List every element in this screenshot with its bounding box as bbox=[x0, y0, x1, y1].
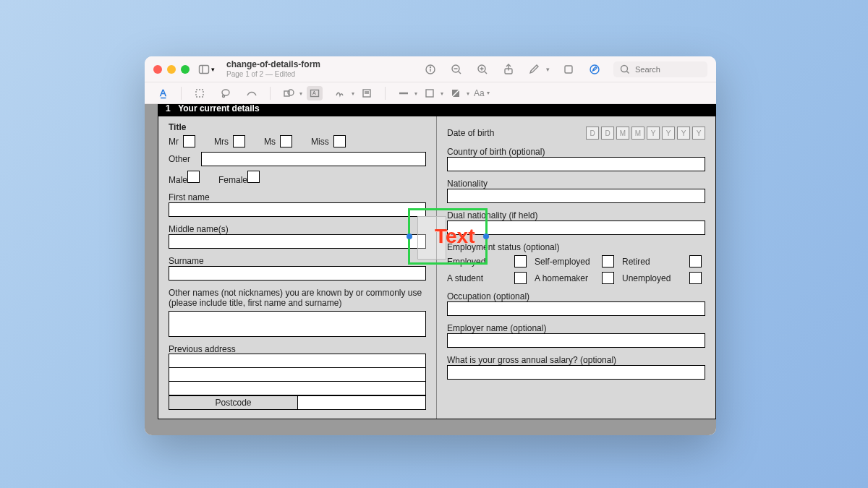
shapes-button[interactable]: ▾ bbox=[281, 86, 297, 100]
surname-label: Surname bbox=[169, 256, 426, 266]
prev-addr-line2[interactable] bbox=[169, 367, 426, 382]
window-controls bbox=[153, 65, 190, 74]
dob-boxes[interactable]: D D M M Y Y Y Y bbox=[586, 127, 705, 140]
rotate-button[interactable] bbox=[561, 62, 576, 77]
search-field[interactable] bbox=[613, 61, 707, 77]
mrs-checkbox[interactable] bbox=[233, 135, 245, 147]
postcode-field[interactable] bbox=[297, 395, 426, 410]
svg-point-14 bbox=[590, 65, 599, 74]
surname-field[interactable] bbox=[169, 266, 426, 281]
text-box-button[interactable]: A bbox=[307, 86, 323, 100]
text-style-button[interactable]: A̲ bbox=[155, 86, 171, 100]
other-names-label-2: (please include title, first name and su… bbox=[169, 298, 426, 308]
postcode-label: Postcode bbox=[169, 395, 297, 410]
employed-checkbox[interactable] bbox=[514, 255, 527, 267]
zoom-in-button[interactable] bbox=[475, 62, 490, 77]
mr-label: Mr bbox=[169, 137, 179, 147]
retired-checkbox[interactable] bbox=[689, 255, 702, 267]
female-checkbox[interactable] bbox=[247, 171, 260, 183]
sketch-icon bbox=[246, 87, 258, 99]
resize-handle-left[interactable] bbox=[407, 234, 412, 239]
mrs-label: Mrs bbox=[214, 137, 229, 147]
note-icon bbox=[361, 87, 373, 99]
dob-box[interactable]: Y bbox=[677, 127, 690, 140]
dob-box[interactable]: M bbox=[616, 127, 629, 140]
chevron-down-icon[interactable]: ▾ bbox=[546, 66, 550, 73]
other-title-field[interactable] bbox=[201, 152, 426, 166]
dob-box[interactable]: Y bbox=[692, 127, 705, 140]
sidebar-toggle-button[interactable] bbox=[197, 62, 211, 77]
zoom-out-button[interactable] bbox=[449, 62, 464, 77]
female-label: Female bbox=[218, 175, 247, 185]
nationality-field[interactable] bbox=[447, 189, 705, 203]
chevron-down-icon: ▾ bbox=[352, 90, 354, 97]
mr-checkbox[interactable] bbox=[183, 135, 195, 147]
share-button[interactable] bbox=[501, 62, 516, 77]
close-window-button[interactable] bbox=[153, 65, 162, 74]
self-employed-checkbox[interactable] bbox=[602, 255, 614, 267]
country-field[interactable] bbox=[447, 157, 705, 171]
ms-checkbox[interactable] bbox=[280, 135, 292, 147]
resize-handle-right[interactable] bbox=[483, 234, 489, 239]
search-input[interactable] bbox=[635, 65, 700, 74]
select-tool[interactable] bbox=[192, 86, 208, 100]
dob-box[interactable]: M bbox=[631, 127, 644, 140]
fill-color-button[interactable]: ▾ bbox=[448, 86, 464, 100]
edit-button[interactable] bbox=[587, 62, 602, 77]
markup-button[interactable] bbox=[527, 62, 542, 77]
other-names-field[interactable] bbox=[169, 311, 426, 337]
dob-box[interactable]: D bbox=[601, 127, 614, 140]
svg-point-15 bbox=[621, 65, 628, 72]
dob-box[interactable]: Y bbox=[647, 127, 660, 140]
zoom-out-icon bbox=[451, 64, 462, 75]
occupation-field[interactable] bbox=[447, 301, 705, 316]
miss-checkbox[interactable] bbox=[333, 135, 346, 147]
form-left-column: Title Mr Mrs Ms Miss Other Male Female bbox=[158, 116, 437, 419]
note-button[interactable] bbox=[359, 86, 375, 100]
male-checkbox[interactable] bbox=[187, 171, 200, 183]
chevron-down-icon: ▾ bbox=[299, 90, 302, 97]
unemployed-label: Unemployed bbox=[622, 273, 685, 283]
svg-line-6 bbox=[459, 72, 461, 74]
info-icon bbox=[425, 64, 436, 75]
salary-field[interactable] bbox=[447, 365, 705, 380]
male-label: Male bbox=[169, 175, 187, 185]
prev-addr-line3[interactable] bbox=[169, 381, 426, 395]
info-button[interactable] bbox=[423, 62, 438, 77]
markup-toolbar: A̲ ▾ A ▾ ▾ ▾ ▾ Aa▾ bbox=[145, 82, 716, 104]
prev-addr-line1[interactable] bbox=[169, 354, 426, 368]
stroke-color-icon bbox=[424, 87, 435, 99]
annotation-text[interactable]: Text bbox=[435, 225, 475, 248]
lasso-tool[interactable] bbox=[218, 86, 234, 100]
text-annotation-selection[interactable]: Text bbox=[408, 208, 488, 265]
country-label: Country of birth (optional) bbox=[447, 147, 705, 157]
text-box-icon: A bbox=[309, 87, 320, 99]
font-button[interactable]: Aa▾ bbox=[474, 86, 490, 100]
student-checkbox[interactable] bbox=[514, 272, 527, 284]
minimize-window-button[interactable] bbox=[167, 65, 176, 74]
titlebar: ▾ change-of-details-form Page 1 of 2 — E… bbox=[145, 56, 716, 82]
border-button[interactable]: ▾ bbox=[396, 86, 412, 100]
nationality-label: Nationality bbox=[447, 179, 705, 189]
employer-field[interactable] bbox=[447, 333, 705, 348]
self-employed-label: Self-employed bbox=[535, 257, 597, 267]
unemployed-checkbox[interactable] bbox=[689, 272, 702, 284]
dob-label: Date of birth bbox=[447, 128, 494, 138]
form-right-column: Date of birth D D M M Y Y Y Y Country of bbox=[437, 116, 715, 419]
fullscreen-window-button[interactable] bbox=[181, 65, 190, 74]
sign-button[interactable]: ▾ bbox=[333, 86, 349, 100]
dob-box[interactable]: Y bbox=[662, 127, 675, 140]
homemaker-checkbox[interactable] bbox=[602, 272, 614, 284]
stroke-color-button[interactable]: ▾ bbox=[422, 86, 438, 100]
section-title: Your current details bbox=[178, 104, 259, 114]
signature-icon bbox=[335, 87, 346, 99]
dob-box[interactable]: D bbox=[586, 127, 599, 140]
chevron-down-icon[interactable]: ▾ bbox=[211, 66, 215, 73]
title-block: change-of-details-form Page 1 of 2 — Edi… bbox=[226, 60, 320, 77]
document-viewport[interactable]: 1 Your current details Title Mr Mrs Ms M… bbox=[145, 104, 716, 435]
student-label: A student bbox=[447, 273, 510, 283]
search-icon bbox=[619, 64, 631, 75]
sketch-tool[interactable] bbox=[244, 86, 260, 100]
middle-names-field[interactable] bbox=[169, 234, 426, 249]
first-name-field[interactable] bbox=[169, 202, 426, 217]
